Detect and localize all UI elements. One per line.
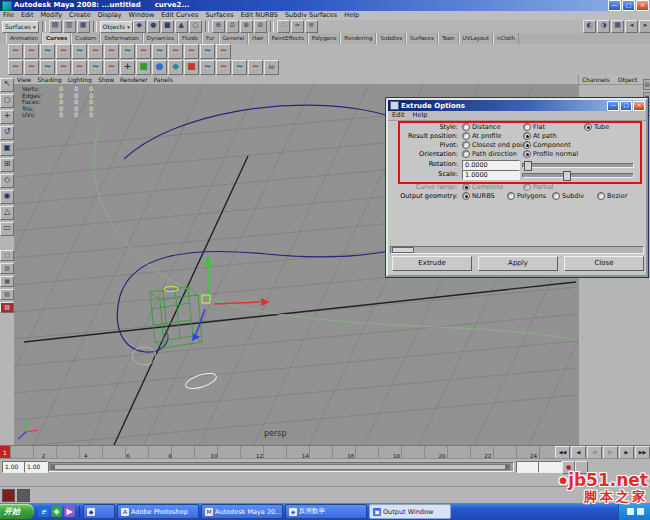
tool-icon[interactable]: ▣ (0, 142, 14, 156)
selection-mask-icon[interactable]: ● (147, 20, 160, 33)
panel-menu-item[interactable]: Panels (153, 75, 172, 84)
shelf-tab[interactable]: UVLayout (459, 33, 494, 44)
layout-shortcut-icon[interactable]: ▥ (0, 263, 14, 274)
panel-menu-item[interactable]: Show (98, 75, 114, 84)
channel-box-menu-item[interactable]: Channels (582, 75, 610, 84)
radio-option[interactable]: Path direction (462, 150, 523, 160)
shelf-tool-icon[interactable]: ∼ (232, 60, 247, 75)
radio-icon[interactable] (523, 141, 531, 149)
quick-launch-icon[interactable]: ▶ (64, 506, 75, 517)
shelf-curve-icon[interactable]: ∼ (168, 44, 183, 59)
shelf-tab[interactable]: Toon (438, 33, 459, 44)
menu-item[interactable]: Surfaces (205, 11, 233, 20)
menu-item[interactable]: Window (129, 11, 155, 20)
shelf-tab[interactable]: nCloth (493, 33, 519, 44)
shelf-tool-icon[interactable]: ■ (184, 60, 199, 75)
snap-icon[interactable]: ⊘ (254, 20, 267, 33)
menu-item[interactable]: Create (69, 11, 91, 20)
scale-field[interactable]: 1.0000 (462, 170, 520, 180)
history-icon[interactable]: ≡ (305, 20, 318, 33)
menu-item[interactable]: File (3, 11, 14, 20)
tool-icon[interactable]: ○ (0, 94, 14, 108)
dialog-scrollbar[interactable] (390, 246, 644, 254)
render-icon[interactable]: ▦ (611, 20, 624, 33)
layout-shortcut-icon[interactable]: ▦ (0, 276, 14, 287)
script-editor-icon[interactable] (2, 489, 15, 502)
shelf-curve-icon[interactable]: ∼ (216, 44, 231, 59)
shelf-tab[interactable]: General (219, 33, 249, 44)
shelf-curve-icon[interactable]: ∼ (72, 44, 87, 59)
shelf-tab[interactable]: Polygons (308, 33, 340, 44)
file-toolbar-icon[interactable]: ▤ (49, 20, 62, 33)
menu-item[interactable]: Edit Curves (161, 11, 198, 20)
shelf-tool-icon[interactable]: ∼ (104, 60, 119, 75)
shelf-curve-icon[interactable]: ∼ (200, 44, 215, 59)
layout-shortcut-icon[interactable]: ▧ (0, 289, 14, 300)
shelf-tab[interactable]: Custom (71, 33, 100, 44)
shelf-tool-icon[interactable]: ∼ (72, 60, 87, 75)
layout-shortcut-icon[interactable]: ▨ (0, 302, 14, 313)
file-toolbar-icon[interactable]: ▥ (63, 20, 76, 33)
tray-icon[interactable] (637, 508, 644, 515)
menu-set-dropdown[interactable]: Surfaces ▾ (2, 21, 39, 33)
tool-icon[interactable]: ⊞ (0, 158, 14, 172)
shelf-tool-icon[interactable]: ◆ (168, 60, 183, 75)
shelf-tool-icon[interactable]: + (120, 60, 135, 75)
window-titlebar[interactable]: Autodesk Maya 2008: ...untitled curve2..… (0, 0, 650, 11)
sidebar-toggle-icon[interactable]: ◂ (625, 20, 638, 33)
anim-end-field[interactable] (516, 461, 540, 473)
selection-mask-icon[interactable]: ◆ (133, 20, 146, 33)
tool-icon[interactable]: ◇ (0, 174, 14, 188)
shelf-curve-icon[interactable]: ∼ (152, 44, 167, 59)
shelf-tool-icon[interactable]: ∼ (24, 60, 39, 75)
shelf-tool-icon[interactable]: ∼ (56, 60, 71, 75)
taskbar-window-button[interactable]: ◆ (83, 504, 115, 519)
selection-mask-icon[interactable]: ▲ (175, 20, 188, 33)
shelf-tab[interactable]: Hair (248, 33, 267, 44)
panel-menu-item[interactable]: Shading (37, 75, 61, 84)
dialog-minimize-icon[interactable]: — (607, 101, 619, 111)
radio-icon[interactable] (462, 123, 470, 131)
tool-icon[interactable]: △ (0, 206, 14, 220)
shelf-tool-icon[interactable]: ∼ (216, 60, 231, 75)
apply-button[interactable]: Apply (478, 256, 558, 271)
shelf-curve-icon[interactable]: ∼ (88, 44, 103, 59)
shelf-curve-icon[interactable]: ∼ (184, 44, 199, 59)
file-toolbar-icon[interactable]: ▦ (77, 20, 90, 33)
shelf-curve-icon[interactable]: ∼ (24, 44, 39, 59)
minimize-icon[interactable]: — (608, 0, 621, 11)
snap-icon[interactable]: ⊙ (226, 20, 239, 33)
rotation-slider[interactable] (522, 163, 634, 168)
shelf-tab[interactable]: Surfaces (406, 33, 438, 44)
slider-handle[interactable] (563, 171, 571, 181)
shelf-tool-icon[interactable]: ● (152, 60, 167, 75)
radio-icon[interactable] (597, 192, 605, 200)
radio-icon[interactable] (523, 150, 531, 158)
shelf-tab[interactable]: Animation (6, 33, 42, 44)
taskbar-window-button[interactable]: ▣ Output Window (369, 504, 451, 519)
radio-icon[interactable] (523, 132, 531, 140)
shelf-tab[interactable]: Fluids (178, 33, 202, 44)
layout-shortcut-icon[interactable]: □ (0, 250, 14, 261)
history-icon[interactable]: ≈ (291, 20, 304, 33)
panel-menu-item[interactable]: View (17, 75, 31, 84)
snap-icon[interactable]: ⊗ (240, 20, 253, 33)
shelf-tab[interactable]: Subdivs (376, 33, 406, 44)
radio-icon[interactable] (462, 183, 470, 191)
radio-icon[interactable] (507, 192, 515, 200)
shelf-curve-icon[interactable]: ∼ (56, 44, 71, 59)
sidebar-toggle-icon[interactable]: ▸ (639, 20, 650, 33)
range-slider[interactable] (48, 462, 514, 472)
quick-launch-icon[interactable]: e (38, 506, 49, 517)
tool-icon[interactable]: ◉ (0, 190, 14, 204)
taskbar-window-button[interactable]: A Adobe Photoshop (117, 504, 199, 519)
taskbar-window-button[interactable]: ◈ 反黑数学 (285, 504, 367, 519)
scrollbar-thumb[interactable] (392, 247, 414, 253)
shelf-curve-icon[interactable]: ∼ (104, 44, 119, 59)
tool-icon[interactable]: ↺ (0, 126, 14, 140)
menu-item[interactable]: Subdiv Surfaces (285, 11, 337, 20)
tool-icon[interactable]: + (0, 110, 14, 124)
menu-item[interactable]: Edit NURBS (241, 11, 278, 20)
selection-mask-icon[interactable]: ■ (161, 20, 174, 33)
menu-item[interactable]: Modify (40, 11, 62, 20)
